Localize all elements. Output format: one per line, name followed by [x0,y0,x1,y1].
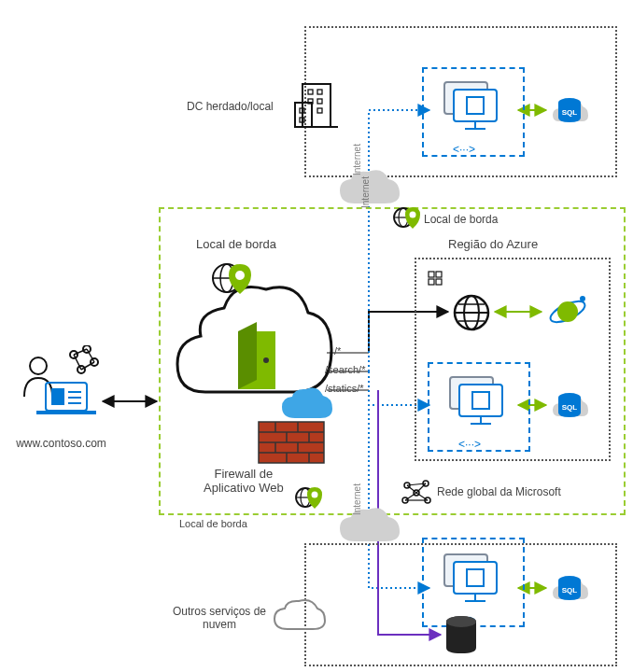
sql-db-icon-other: SQL [549,567,590,609]
edge-pill-label: Local de borda [424,213,498,226]
waf-title: Firewall de Aplicativo Web [204,467,284,495]
edge-bottom-label: Local de borda [179,518,247,529]
svg-rect-51 [317,99,322,104]
svg-point-24 [235,271,245,280]
sql-db-icon-legacy: SQL [549,90,590,131]
scale-icon-azure: <···> [458,438,481,451]
sql-db-icon-azure: SQL [549,385,590,426]
azure-region-title: Região do Azure [448,237,538,251]
route-search: /search/* [325,364,365,375]
svg-line-90 [416,493,428,500]
internet-label-bottom: Internet [352,483,362,515]
vm-icon-other [441,551,508,609]
svg-point-73 [557,301,578,322]
svg-point-20 [263,357,269,363]
cloud-outline-icon [271,597,327,635]
svg-text:SQL: SQL [562,108,578,117]
svg-rect-56 [454,90,497,121]
svg-rect-5 [36,411,96,414]
svg-rect-71 [436,279,442,285]
internet-cloud-bottom [336,504,401,549]
building-icon [289,77,344,131]
svg-line-89 [405,493,416,500]
route-root: /* [334,345,341,357]
svg-rect-76 [459,385,502,416]
users-url: www.contoso.com [7,437,115,450]
storage-cylinder-icon [443,614,480,657]
svg-rect-49 [317,90,322,94]
vm-icon-legacy [441,78,508,136]
svg-point-101 [446,616,476,627]
scale-icon: <···> [453,143,475,156]
ms-network-label: Rede global da Microsoft [437,485,561,498]
vm-icon-azure [446,373,513,431]
legacy-title: DC herdado/local [187,100,274,113]
svg-line-88 [416,483,426,493]
svg-point-40 [312,492,318,498]
edge-top-label: Local de borda [196,237,276,251]
users-origin [17,345,106,423]
network-mesh-icon [400,476,433,510]
cosmos-db-icon [545,289,590,334]
svg-text:Internet: Internet [360,176,371,208]
svg-marker-19 [238,322,257,389]
svg-rect-48 [308,90,313,94]
svg-rect-70 [429,279,434,285]
svg-rect-6 [51,388,64,405]
svg-rect-52 [317,108,322,113]
svg-rect-94 [454,562,497,594]
firewall-icon [257,420,326,465]
svg-rect-68 [429,272,434,277]
svg-rect-45 [302,84,331,127]
svg-text:SQL: SQL [562,586,578,595]
users-icon [20,345,104,420]
globe-pin-icon-top [210,257,253,300]
internet-cloud-top: Internet [336,166,401,211]
svg-rect-69 [436,272,442,277]
app-service-icon [450,291,493,334]
svg-point-74 [580,296,585,301]
route-statics: /statics/* [325,383,364,394]
internet-label-top: Internet [352,144,362,175]
svg-line-87 [407,485,416,493]
svg-point-44 [410,212,416,218]
other-cloud-title: Outros serviços de nuvem [163,605,275,631]
az-tile-icon [428,271,443,286]
svg-text:SQL: SQL [562,403,578,412]
globe-pin-icon-inner [294,483,322,511]
svg-point-3 [30,357,47,374]
